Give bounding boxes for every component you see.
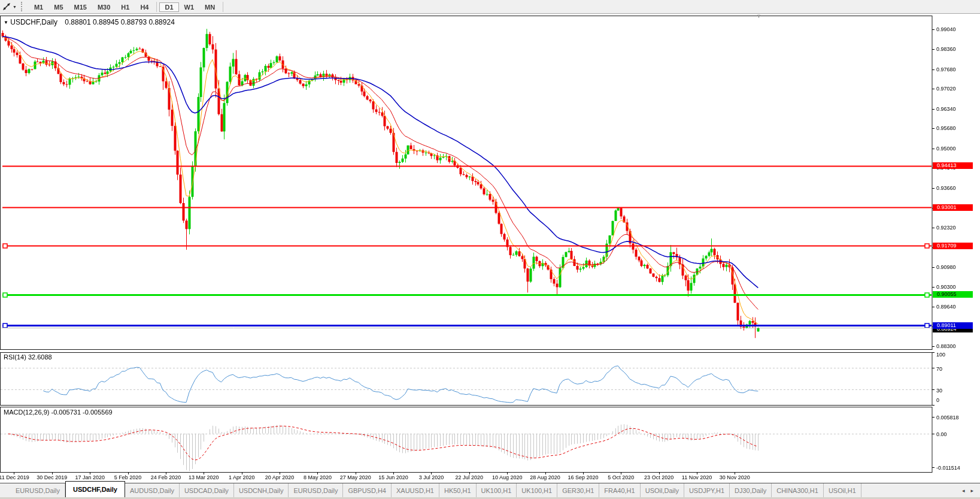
timeframe-button-h4[interactable]: H4: [135, 2, 154, 12]
date-axis-label: 30 Nov 2020: [720, 474, 750, 480]
price-axis-label: 0.96340: [936, 106, 956, 112]
rsi-axis-label: 70: [936, 366, 942, 372]
timeframe-button-group: M1M5M15M30H1H4D1W1MN: [29, 1, 226, 12]
rsi-indicator-label: RSI(14) 32.6088: [4, 353, 52, 361]
hline-price-tag-094413[interactable]: 0.94413: [933, 162, 973, 169]
price-axis-label: 0.90980: [936, 264, 956, 270]
date-axis-label: 22 Jul 2020: [456, 474, 484, 480]
date-axis-label: 28 Aug 2020: [530, 474, 560, 480]
tool-dropdown-icon[interactable]: ▼: [13, 5, 17, 9]
symbol-tab-uk100-h1[interactable]: UK100,H1: [477, 483, 517, 497]
hline-price-tag-091709[interactable]: 0.91709: [933, 243, 973, 249]
price-axis-label: 0.89640: [936, 304, 956, 310]
symbol-tab-usdcnh-daily[interactable]: USDCNH,Daily: [234, 483, 289, 497]
symbol-tab-bar: EURUSD,DailyUSDCHF,DailyAUDUSD,DailyUSDC…: [0, 483, 980, 497]
price-axis-label: 0.97680: [936, 66, 956, 72]
date-axis-label: 8 May 2020: [304, 474, 332, 480]
timeframe-button-d1[interactable]: D1: [159, 2, 178, 12]
date-axis-label: 13 Mar 2020: [189, 474, 219, 480]
date-axis-label: 10 Aug 2020: [492, 474, 523, 480]
pan-tool-icon[interactable]: [1, 2, 12, 11]
tab-scroll-left-icon[interactable]: ◂: [959, 488, 968, 494]
symbol-tab-usdjpy-h1[interactable]: USDJPY,H1: [684, 483, 730, 497]
symbol-tab-hk50-h1[interactable]: HK50,H1: [439, 483, 477, 497]
top-toolbar: ▼ M1M5M15M30H1H4D1W1MN: [0, 0, 980, 14]
date-axis-label: 1 Apr 2020: [229, 474, 255, 480]
timeframe-button-w1[interactable]: W1: [179, 2, 200, 12]
chart-title-dropdown-icon[interactable]: ▼: [4, 20, 8, 25]
macd-axis-label: 0.00: [936, 431, 947, 437]
symbol-tab-usdchf-daily[interactable]: USDCHF,Daily: [65, 481, 125, 497]
symbol-tab-uk100-h1[interactable]: UK100,H1: [517, 483, 557, 497]
macd-indicator-label: MACD(12,26,9) -0.005731 -0.005569: [4, 409, 113, 416]
symbol-tab-xauusd-h1[interactable]: XAUUSD,H1: [392, 483, 439, 497]
trading-terminal-window: ▼ M1M5M15M30H1H4D1W1MN ▼ USDCHF,Daily 0.…: [0, 0, 980, 499]
symbol-tab-fra40-h1[interactable]: FRA40,H1: [599, 483, 640, 497]
timeframe-button-m15[interactable]: M15: [69, 2, 92, 12]
symbol-tab-china300-h1[interactable]: CHINA300,H1: [772, 483, 824, 497]
symbol-tab-audusd-daily[interactable]: AUDUSD,Daily: [125, 483, 180, 497]
price-axis-label: 0.90300: [936, 284, 956, 290]
symbol-tab-usoil-h1[interactable]: USOil,H1: [824, 483, 861, 497]
date-axis-label: 20 Apr 2020: [265, 474, 295, 480]
date-axis-label: 5 Feb 2020: [114, 474, 142, 480]
symbol-tab-eurusd-daily[interactable]: EURUSD,Daily: [11, 483, 65, 497]
timeframe-button-mn[interactable]: MN: [199, 2, 220, 12]
timeframe-button-h1[interactable]: H1: [116, 2, 135, 12]
toolbar-grip[interactable]: [21, 2, 24, 11]
rsi-axis-label: 0: [936, 397, 939, 403]
date-axis-label: 5 Oct 2020: [608, 474, 634, 480]
macd-axis-label: -0.011514: [936, 465, 960, 471]
symbol-tab-usdcad-daily[interactable]: USDCAD,Daily: [180, 483, 234, 497]
chart-overlay: ▼ USDCHF,Daily 0.88801 0.88945 0.88793 0…: [0, 0, 980, 499]
symbol-tab-ger30-h1[interactable]: GER30,H1: [557, 483, 599, 497]
hline-price-tag-093001[interactable]: 0.93001: [933, 204, 973, 211]
symbol-tab-dj30-daily[interactable]: DJ30,Daily: [730, 483, 772, 497]
date-axis-label: 11 Dec 2019: [0, 474, 29, 480]
rsi-axis-label: 30: [936, 388, 942, 394]
date-axis-label: 3 Jul 2020: [419, 474, 444, 480]
price-axis-label: 0.92320: [936, 225, 956, 231]
hline-price-tag-089011[interactable]: 0.89011: [933, 322, 973, 329]
price-axis-label: 0.98360: [936, 46, 956, 52]
price-axis-label: 0.93660: [936, 185, 956, 191]
price-axis-label: 0.97020: [936, 86, 956, 92]
chart-ohlc-values: 0.88801 0.88945 0.88793 0.88924: [65, 18, 175, 26]
symbol-tabs: EURUSD,DailyUSDCHF,DailyAUDUSD,DailyUSDC…: [11, 483, 861, 497]
timeframe-button-m5[interactable]: M5: [48, 2, 68, 12]
tab-scroll-arrows: ◂ ▸: [959, 483, 980, 497]
chart-title: ▼ USDCHF,Daily 0.88801 0.88945 0.88793 0…: [4, 18, 175, 26]
chart-shift-marker[interactable]: ▼: [756, 13, 761, 19]
price-axis-label: 0.95000: [936, 146, 956, 152]
macd-axis-label: 0.005818: [936, 415, 959, 421]
date-axis-label: 11 Nov 2020: [682, 474, 712, 480]
symbol-tab-eurusd-daily[interactable]: EURUSD,Daily: [289, 483, 343, 497]
timeframe-button-m1[interactable]: M1: [29, 2, 48, 12]
chart-symbol-label: USDCHF,Daily: [10, 18, 57, 26]
tab-scroll-right-icon[interactable]: ▸: [967, 488, 976, 494]
symbol-tab-usoil-daily[interactable]: USOil,Daily: [641, 483, 684, 497]
date-axis-label: 24 Feb 2020: [151, 474, 181, 480]
date-axis-label: 15 Jun 2020: [378, 474, 408, 480]
price-axis-label: 0.99040: [936, 26, 956, 32]
rsi-axis-label: 100: [936, 352, 945, 358]
date-axis-label: 27 May 2020: [340, 474, 371, 480]
price-axis-label: 0.95680: [936, 125, 956, 131]
timeframe-button-m30[interactable]: M30: [92, 2, 116, 12]
price-axis-label: 0.88300: [936, 343, 956, 349]
date-axis-label: 30 Dec 2019: [37, 474, 67, 480]
date-axis-label: 23 Oct 2020: [644, 474, 673, 480]
date-axis-label: 16 Sep 2020: [568, 474, 598, 480]
hline-price-tag-090055[interactable]: 0.90055: [933, 291, 973, 298]
symbol-tab-gbpusd-h4[interactable]: GBPUSD,H4: [343, 483, 392, 497]
date-axis-label: 17 Jan 2020: [75, 474, 105, 480]
